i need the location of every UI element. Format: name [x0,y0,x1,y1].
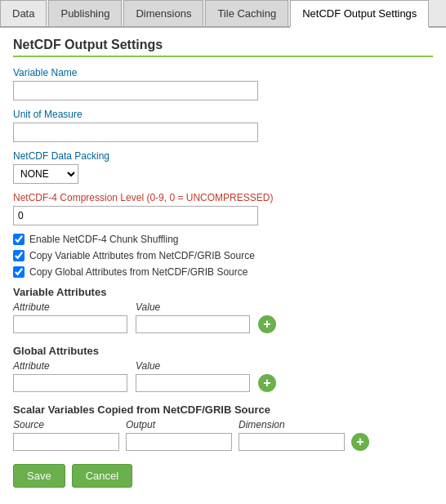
var-attr-value-input[interactable] [136,315,250,333]
scalar-dimension-input[interactable] [239,433,345,451]
tab-netcdf-output[interactable]: NetCDF Output Settings [290,0,429,28]
copy-variable-checkbox[interactable] [13,250,25,261]
global-attributes-section: Global Attributes Attribute Value + [13,345,433,392]
scalar-variables-row: + [13,433,433,451]
var-attr-col-attribute: Attribute [13,301,127,313]
tab-bar: Data Publishing Dimensions Tile Caching … [0,0,446,28]
save-button[interactable]: Save [13,464,65,488]
copy-variable-label: Copy Variable Attributes from NetCDF/GRI… [29,250,255,261]
variable-name-label: Variable Name [13,67,433,78]
unit-of-measure-input[interactable] [13,123,258,142]
unit-of-measure-group: Unit of Measure [13,109,433,142]
scalar-add-button[interactable]: + [351,433,369,451]
compression-group: NetCDF-4 Compression Level (0-9, 0 = UNC… [13,192,433,225]
chunk-shuffling-checkbox[interactable] [13,234,25,245]
variable-name-input[interactable] [13,81,258,100]
variable-attributes-col-labels: Attribute Value [13,301,433,313]
compression-label: NetCDF-4 Compression Level (0-9, 0 = UNC… [13,192,433,203]
section-divider [13,56,433,57]
var-attr-col-value: Value [136,301,250,313]
netcdf-packing-label: NetCDF Data Packing [13,150,433,162]
checkboxes-group: Enable NetCDF-4 Chunk Shuffling Copy Var… [13,234,433,278]
global-attributes-header: Global Attributes [13,345,433,357]
copy-global-checkbox[interactable] [13,266,25,278]
tab-dimensions[interactable]: Dimensions [123,0,203,26]
copy-variable-row: Copy Variable Attributes from NetCDF/GRI… [13,250,433,261]
cancel-button[interactable]: Cancel [72,464,132,488]
var-attr-add-button[interactable]: + [258,315,276,333]
copy-global-row: Copy Global Attributes from NetCDF/GRIB … [13,266,433,278]
page-title: NetCDF Output Settings [13,38,433,52]
main-content: NetCDF Output Settings Variable Name Uni… [0,28,446,504]
scalar-output-input[interactable] [126,433,232,451]
copy-global-label: Copy Global Attributes from NetCDF/GRIB … [29,266,248,278]
scalar-col-dimension: Dimension [239,419,345,430]
scalar-variables-section: Scalar Variables Copied from NetCDF/GRIB… [13,404,433,451]
compression-input[interactable] [13,206,258,225]
global-attributes-row: + [13,374,433,392]
scalar-source-input[interactable] [13,433,119,451]
scalar-col-source: Source [13,419,119,430]
global-attr-value-input[interactable] [136,374,250,392]
action-buttons: Save Cancel [13,464,433,488]
netcdf-packing-select[interactable]: NONE BYTE SHORT INT LONG FLOAT [13,164,78,184]
variable-attributes-row: + [13,315,433,333]
variable-attributes-header: Variable Attributes [13,286,433,298]
global-attr-add-button[interactable]: + [258,374,276,392]
tab-data[interactable]: Data [0,0,47,26]
tab-tile-caching[interactable]: Tile Caching [205,0,288,26]
variable-name-group: Variable Name [13,67,433,100]
unit-of-measure-label: Unit of Measure [13,109,433,120]
global-attr-attribute-input[interactable] [13,374,127,392]
global-attr-col-value: Value [136,360,250,372]
global-attr-col-attribute: Attribute [13,360,127,372]
chunk-shuffling-label: Enable NetCDF-4 Chunk Shuffling [29,234,179,245]
tab-publishing[interactable]: Publishing [48,0,122,26]
var-attr-attribute-input[interactable] [13,315,127,333]
chunk-shuffling-row: Enable NetCDF-4 Chunk Shuffling [13,234,433,245]
scalar-col-output: Output [126,419,232,430]
global-attributes-col-labels: Attribute Value [13,360,433,372]
scalar-variables-header: Scalar Variables Copied from NetCDF/GRIB… [13,404,433,416]
scalar-col-labels: Source Output Dimension [13,419,433,430]
variable-attributes-section: Variable Attributes Attribute Value + [13,286,433,333]
netcdf-packing-group: NetCDF Data Packing NONE BYTE SHORT INT … [13,150,433,184]
